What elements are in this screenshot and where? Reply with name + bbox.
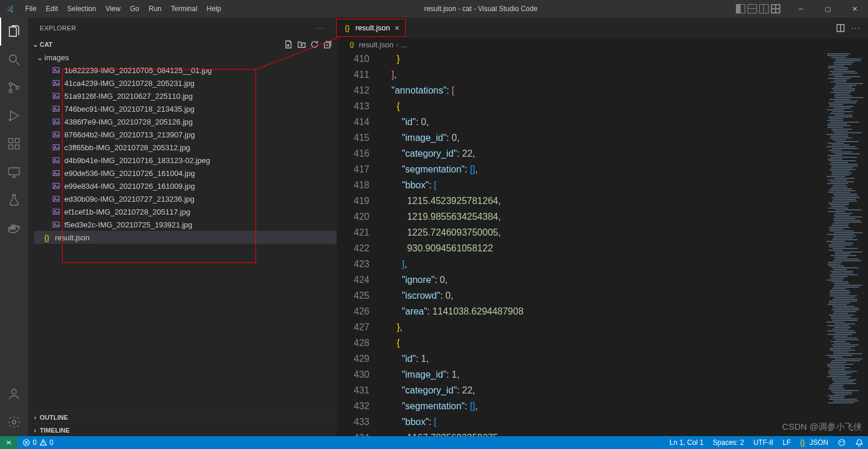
svg-rect-7	[15, 145, 19, 149]
layout-panel-icon	[748, 4, 757, 13]
notifications-icon[interactable]	[850, 438, 868, 447]
image-file-icon	[51, 130, 61, 139]
refresh-icon[interactable]	[310, 40, 319, 49]
menu-run[interactable]: Run	[144, 0, 166, 18]
chevron-right-icon: ›	[30, 414, 40, 421]
testing-icon[interactable]	[0, 186, 28, 214]
breadcrumb-file: result.json	[359, 40, 393, 49]
svg-point-16	[12, 420, 16, 424]
maximize-button[interactable]: ▢	[814, 0, 841, 18]
editor-area: {} result.json × ··· {} result.json › ..…	[337, 18, 868, 436]
minimap[interactable]	[821, 51, 868, 436]
tab-result-json[interactable]: {} result.json ×	[337, 18, 406, 38]
language-mode[interactable]: {}JSON	[796, 438, 833, 447]
file-item[interactable]: 51a9126f-IMG_20210627_225110.jpg	[34, 89, 337, 102]
json-file-icon: {}	[347, 40, 357, 49]
file-item[interactable]: ef1cef1b-IMG_20210728_205117.jpg	[34, 205, 337, 218]
new-folder-icon[interactable]	[297, 40, 306, 49]
file-item[interactable]: ed30b09c-IMG_20210727_213236.jpg	[34, 192, 337, 205]
file-label: ef1cef1b-IMG_20210728_205117.jpg	[64, 208, 190, 216]
file-label: d4b9b41e-IMG_20210716_183123-02.jpeg	[64, 156, 210, 165]
menu-edit[interactable]: Edit	[41, 0, 63, 18]
explorer-more-icon[interactable]: ···	[316, 25, 325, 32]
svg-rect-9	[9, 168, 19, 175]
split-editor-icon[interactable]	[836, 23, 845, 33]
breadcrumb[interactable]: {} result.json › ...	[337, 38, 868, 51]
extensions-icon[interactable]	[0, 130, 28, 158]
file-item[interactable]: e99e83d4-IMG_20210726_161009.jpg	[34, 179, 337, 192]
problems-status[interactable]: 0 0	[18, 438, 58, 447]
remote-explorer-icon[interactable]	[0, 158, 28, 186]
feedback-icon[interactable]	[833, 438, 850, 447]
project-section-header[interactable]: ⌄ CAT	[28, 38, 337, 51]
remote-indicator[interactable]	[0, 436, 18, 449]
chevron-right-icon: ›	[396, 40, 398, 49]
file-item[interactable]: 4386f7e9-IMG_20210728_205126.jpg	[34, 115, 337, 128]
menu-go[interactable]: Go	[125, 0, 144, 18]
editor-body[interactable]: 4104114124134144154164174184194204214224…	[337, 51, 868, 436]
svg-rect-13	[11, 225, 13, 227]
file-item[interactable]: d4b9b41e-IMG_20210716_183123-02.jpeg	[34, 154, 337, 167]
run-debug-icon[interactable]	[0, 102, 28, 130]
file-label: 41ca4239-IMG_20210728_205231.jpg	[64, 79, 195, 88]
docker-icon[interactable]	[0, 214, 28, 242]
menu-file[interactable]: File	[20, 0, 41, 18]
menu-selection[interactable]: Selection	[63, 0, 101, 18]
project-name: CAT	[40, 41, 53, 48]
menu-view[interactable]: View	[101, 0, 125, 18]
file-item[interactable]: 8766d4b2-IMG_20210713_213907.jpg	[34, 128, 337, 141]
cursor-position[interactable]: Ln 1, Col 1	[665, 438, 708, 447]
layout-primary-sidebar-icon	[736, 4, 745, 13]
svg-point-1	[9, 83, 12, 86]
image-file-icon	[51, 65, 61, 75]
file-item[interactable]: 1b822239-IMG_20210705_084125__01.jpg	[34, 64, 337, 77]
layout-icons[interactable]	[736, 4, 780, 13]
activity-bar	[0, 18, 28, 436]
file-item[interactable]: 746bec91-IMG_20210718_213435.jpg	[34, 102, 337, 115]
encoding-status[interactable]: UTF-8	[749, 438, 778, 447]
search-icon[interactable]	[0, 46, 28, 74]
file-item[interactable]: e90de536-IMG_20210726_161004.jpg	[34, 167, 337, 179]
settings-gear-icon[interactable]	[0, 408, 28, 436]
close-button[interactable]: ✕	[841, 0, 868, 18]
file-label: e99e83d4-IMG_20210726_161009.jpg	[64, 182, 195, 191]
svg-point-46	[839, 440, 845, 446]
svg-point-3	[16, 87, 19, 89]
image-file-icon	[51, 194, 61, 203]
new-file-icon[interactable]	[284, 40, 293, 49]
menu-bar: FileEditSelectionViewGoRunTerminalHelp	[20, 0, 226, 18]
svg-rect-10	[9, 227, 11, 229]
menu-help[interactable]: Help	[202, 0, 226, 18]
collapse-all-icon[interactable]	[323, 40, 332, 49]
image-file-icon	[51, 220, 61, 229]
outline-section[interactable]: › OUTLINE	[28, 410, 337, 423]
folder-images[interactable]: ⌄ images	[34, 51, 337, 64]
file-label: 51a9126f-IMG_20210627_225110.jpg	[64, 92, 193, 101]
tab-more-icon[interactable]: ···	[851, 23, 861, 32]
file-item[interactable]: f5ed3e2c-IMG_20210725_193921.jpg	[34, 218, 337, 231]
svg-rect-11	[11, 227, 13, 229]
layout-secondary-sidebar-icon	[759, 4, 769, 13]
file-result-json[interactable]: {} result.json	[34, 231, 337, 244]
file-item[interactable]: 41ca4239-IMG_20210728_205231.jpg	[34, 77, 337, 89]
tab-label: result.json	[355, 23, 390, 32]
minimize-button[interactable]: ─	[787, 0, 814, 18]
close-tab-icon[interactable]: ×	[395, 23, 399, 33]
timeline-section[interactable]: › TIMELINE	[28, 423, 337, 436]
image-file-icon	[51, 117, 61, 126]
indentation-status[interactable]: Spaces: 2	[708, 438, 749, 447]
line-gutter: 4104114124134144154164174184194204214224…	[337, 51, 381, 436]
source-control-icon[interactable]	[0, 74, 28, 102]
file-label: result.json	[55, 233, 89, 242]
eol-status[interactable]: LF	[778, 438, 796, 447]
image-file-icon	[51, 143, 61, 152]
vscode-icon	[0, 4, 20, 13]
explorer-icon[interactable]	[0, 18, 28, 46]
code-content[interactable]: } ], "annotations": [ { "id": 0, "image_…	[381, 51, 821, 436]
image-file-icon	[51, 168, 61, 178]
file-item[interactable]: c3ff65bb-IMG_20210728_205312.jpg	[34, 141, 337, 154]
file-label: 8766d4b2-IMG_20210713_213907.jpg	[64, 130, 195, 139]
svg-rect-14	[13, 225, 15, 227]
accounts-icon[interactable]	[0, 380, 28, 408]
menu-terminal[interactable]: Terminal	[166, 0, 202, 18]
